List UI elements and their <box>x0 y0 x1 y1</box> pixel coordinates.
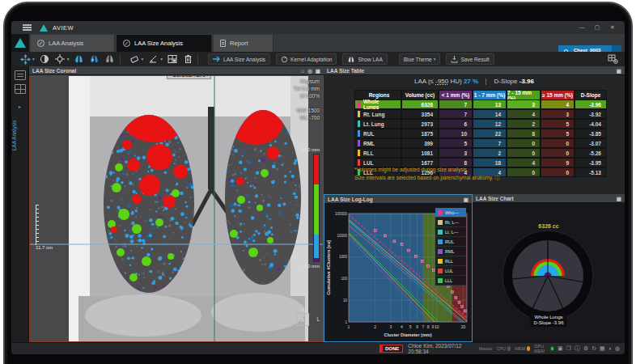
dslope-cell: -3.92 <box>575 109 607 119</box>
tab-laa-size-analysis[interactable]: ✓ LAA Size Analysis <box>117 35 212 52</box>
maximize-panel-icon[interactable]: ▣ <box>316 66 320 75</box>
overlay-line: TH 0.0 mm <box>294 85 320 92</box>
measure-angle-icon[interactable] <box>147 53 159 65</box>
screenshot-icon[interactable]: ▣ <box>558 345 563 353</box>
pct-lt1mm-cell: 7 <box>439 109 473 119</box>
legend-item[interactable]: Who— <box>435 208 466 218</box>
table-row[interactable]: Rt. Lung335471443-3.92 <box>354 109 607 119</box>
monitor-icon[interactable]: ▦ <box>600 345 605 353</box>
notification-icon[interactable]: ◗ <box>608 345 612 353</box>
panel-title: LAA Size Log-Log <box>328 197 373 202</box>
eraser-tool-icon[interactable] <box>129 53 140 65</box>
legend-swatch <box>438 230 443 235</box>
crosshair-caret-icon[interactable]: ▾ <box>67 57 70 61</box>
eraser-caret-icon[interactable]: ▾ <box>142 57 144 61</box>
region-label: Whole Lungs <box>533 315 563 320</box>
home-icon[interactable]: ⌂ <box>301 66 304 75</box>
pct-7-15mm-cell: 0 <box>507 138 541 148</box>
crosshair-tool-icon[interactable] <box>54 53 66 65</box>
table-row[interactable]: RML3995700-3.07 <box>354 138 607 148</box>
minimize-button[interactable]: — <box>576 23 587 32</box>
window-level-icon[interactable] <box>39 53 50 65</box>
laa-size-analysis-button[interactable]: LAA Size Analysis <box>208 53 270 65</box>
pan-caret-icon[interactable]: ▾ <box>32 57 35 61</box>
app-title: AVIEW <box>53 24 74 32</box>
layout-grid-icon[interactable] <box>167 53 178 65</box>
measurement-ruler[interactable]: 11.7 cm <box>36 205 53 250</box>
capture-icon[interactable]: ◎ <box>307 66 312 75</box>
thumbnail-grid-icon[interactable] <box>15 84 26 94</box>
tab-laa-analysis[interactable]: ✓ LAA Analysis <box>31 35 115 52</box>
series-list-icon[interactable] <box>15 70 26 80</box>
expand-arrow-icon[interactable]: ▸ <box>11 104 28 109</box>
legend-item[interactable]: Rt. L— <box>435 218 466 227</box>
svg-text:6: 6 <box>416 324 418 329</box>
show-laa-button[interactable]: Show LAA <box>342 53 387 65</box>
region-label: Rt. Lung <box>363 112 384 117</box>
svg-text:Cumulative #Clusters [ea]: Cumulative #Clusters [ea] <box>326 240 331 295</box>
legend-label: Lt. L— <box>445 230 458 235</box>
svg-text:100: 100 <box>341 277 347 281</box>
region-label: LUL <box>363 160 374 166</box>
system-status-group: Master CPU MEM GPU MEM ▣❐ⓘ⚙↻▦◗◍ <box>475 344 620 353</box>
layout-settings-icon[interactable] <box>607 53 618 65</box>
svg-text:8: 8 <box>427 324 430 329</box>
clipboard-icon[interactable]: ❐ <box>566 345 571 353</box>
ruler-ticks <box>36 205 39 245</box>
pct-7-15mm-cell: 0 <box>507 167 541 177</box>
table-row[interactable]: Whole Lungs632671334-3.96 <box>354 99 607 109</box>
maximize-button[interactable]: ▢ <box>591 23 603 32</box>
maximize-panel-icon[interactable]: ▣ <box>464 195 469 204</box>
info-icon[interactable]: ⓘ <box>575 345 580 353</box>
lung-mask-icon[interactable] <box>89 53 100 65</box>
maximize-panel-icon[interactable]: ▣ <box>617 194 621 203</box>
region-color-swatch <box>358 130 360 137</box>
orientation-cube[interactable]: H A L <box>290 307 315 327</box>
lung-segmentation-icon[interactable] <box>74 53 85 65</box>
kernel-adaptation-button[interactable]: Kernel Adaptation <box>276 53 337 65</box>
account-icon[interactable]: ◍ <box>615 345 620 353</box>
legend-label: RML <box>445 249 455 254</box>
volume-cell: 2973 <box>401 119 439 129</box>
history-icon[interactable]: ↻ <box>591 345 596 353</box>
pct-ge15mm-cell: 4 <box>541 99 575 109</box>
pct-1-7mm-cell: 22 <box>473 129 507 138</box>
coronal-viewport[interactable]: Coronal #270 RaysumTH 0.0 mmM 100% WW 15… <box>29 75 324 342</box>
settings-icon[interactable]: ⚙ <box>583 345 588 353</box>
legend-item[interactable]: RML <box>435 247 466 256</box>
menu-icon[interactable] <box>23 24 32 31</box>
legend-item[interactable]: RLL <box>435 256 466 266</box>
tab-report[interactable]: Report <box>214 35 273 52</box>
pct-1-7mm-cell: 12 <box>473 119 507 129</box>
region-label: Whole Lungs <box>363 99 396 110</box>
table-row[interactable]: RUL1875102285-3.85 <box>354 129 607 138</box>
pct-1-7mm-cell: 14 <box>473 109 507 119</box>
close-button[interactable]: ✕ <box>607 23 618 32</box>
pct-lt1mm-cell: 3 <box>439 148 473 158</box>
measure-caret-icon[interactable]: ▾ <box>160 57 163 61</box>
volume-cell: 1081 <box>401 148 439 158</box>
laa-overlay-icon[interactable] <box>104 53 116 65</box>
theme-select[interactable]: Blue Theme ▾ <box>399 53 441 65</box>
legend-label: LUL <box>445 269 453 273</box>
table-row[interactable]: RLL10813200-5.26 <box>354 148 607 158</box>
pct-ge15mm-cell: 9 <box>541 158 575 167</box>
svg-text:1: 1 <box>348 324 350 329</box>
laa-size-table: RegionsVolume (cc)< 1 mm (%)1 - 7 mm (%)… <box>354 90 607 177</box>
legend-item[interactable]: Lt. L— <box>435 227 466 237</box>
legend-item[interactable]: LLL <box>435 276 466 286</box>
laa-threshold[interactable]: -950 <box>435 78 448 85</box>
pan-tool-icon[interactable] <box>19 53 31 65</box>
region-label: RML <box>363 141 375 146</box>
pct-1-7mm-cell: 13 <box>473 99 507 109</box>
maximize-panel-icon[interactable]: ▣ <box>617 66 621 75</box>
region-label: RLL <box>363 150 374 156</box>
table-row[interactable]: Lt. Lung297361225-4.04 <box>354 119 607 129</box>
sidebar-item-laa-analysis[interactable]: LAA Analysis <box>11 111 28 159</box>
ruler-label: 11.7 cm <box>36 245 53 250</box>
legend-item[interactable]: LUL <box>435 266 466 276</box>
delete-tool-icon[interactable] <box>182 53 193 65</box>
save-result-button[interactable]: Save Result <box>446 53 494 65</box>
tab-bar: ✓ LAA Analysis ✓ LAA Size Analysis Repor… <box>11 34 625 52</box>
legend-item[interactable]: RUL <box>435 237 466 247</box>
